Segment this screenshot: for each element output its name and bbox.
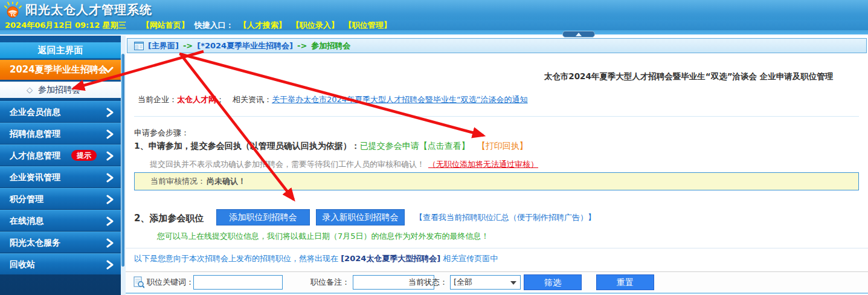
step1-row: 1、申请参加，提交参会回执（以管理员确认回执为依据）：已提交参会申请【点击查看】… xyxy=(134,141,528,152)
reset-button[interactable]: 重置 xyxy=(596,274,654,290)
logo: TC 阳光太仓人才管理系统 xyxy=(4,2,152,18)
chevron-right-icon xyxy=(106,108,114,117)
header-bottom-band xyxy=(0,30,868,36)
sidebar-group-2024-job-fair[interactable]: 2024夏季毕业生招聘会 xyxy=(0,60,121,80)
step1-label: 1、申请参加，提交参会回执（以管理员确认回执为依据）： xyxy=(134,141,360,151)
back-to-main-button[interactable]: 返回主界面 xyxy=(0,42,121,59)
step2-note: 您可以马上在线提交职位信息，我们将以截止日期（7月5日）的信息作为对外发布的最终… xyxy=(157,231,489,242)
header-links-bar: 2024年06月12日 09:12 星期三 【网站首页】 快捷入口： 【人才搜索… xyxy=(0,20,868,30)
collapse-up-icon xyxy=(576,33,582,36)
view-application-link[interactable]: 【点击查看】 xyxy=(419,141,470,151)
breadcrumb-current: 参加招聘会 xyxy=(311,41,350,51)
search-doc-icon xyxy=(133,276,144,288)
window-grid-icon xyxy=(134,42,144,50)
quick-link-job-entry[interactable]: 【职位录入】 xyxy=(292,20,339,31)
quick-entry-label: 快捷入口： xyxy=(194,20,234,31)
sidebar-item-join-fair[interactable]: ◇参加招聘会 xyxy=(0,82,121,98)
sidebar-item-label: 参加招聘会 xyxy=(38,85,80,94)
chevron-right-icon xyxy=(106,151,114,161)
sidebar-item-member-info[interactable]: 企业会员信息 xyxy=(0,101,121,122)
breadcrumb-fair[interactable]: [*2024夏季毕业生招聘会] xyxy=(197,41,293,51)
news-label: 相关资讯： xyxy=(233,95,272,104)
chevron-down-icon xyxy=(510,281,516,285)
page-title: 太仓市2024年夏季大型人才招聘会暨毕业生“双选”洽谈会 企业申请及职位管理 xyxy=(507,71,868,82)
sidebar-item-talent-info[interactable]: 人才信息管理 提示 xyxy=(0,144,121,166)
filter-bar: 职位关键词： 职位备注： 当前状态： [全部 筛选 重置 xyxy=(126,271,868,294)
position-summary-link[interactable]: 【查看我当前招聘职位汇总（便于制作招聘广告）】 xyxy=(415,212,596,223)
step1-note: 提交回执并不表示成功确认参加招聘会，需要等待我们工作人员的审核和确认！（无职位添… xyxy=(150,159,538,170)
logo-sun-icon: TC xyxy=(4,2,22,18)
add-position-button[interactable]: 添加职位到招聘会 xyxy=(216,209,310,225)
company-name: 太仓人才网 xyxy=(177,95,216,104)
step1-status: 已提交参会申请 xyxy=(360,141,419,151)
collapse-handle[interactable] xyxy=(562,31,595,37)
main-content: [主界面] -> [*2024夏季毕业生招聘会] -> 参加招聘会 太仓市202… xyxy=(126,36,868,295)
chevron-right-icon xyxy=(106,129,114,139)
step1-note-warning: （无职位添加将无法通过审核） xyxy=(428,160,538,169)
chevron-right-icon xyxy=(106,238,114,248)
remark-label: 职位备注： xyxy=(310,272,350,293)
status-select[interactable]: [全部 xyxy=(450,275,521,290)
fair-name: [2024太仓夏季大型招聘会] xyxy=(341,254,440,263)
news-link[interactable]: 关于举办太仓市2024年夏季大型人才招聘会暨毕业生“双选”洽谈会的通知 xyxy=(272,95,528,104)
breadcrumb-arrow: -> xyxy=(297,41,307,50)
status-label: 当前状态： xyxy=(408,272,448,293)
quick-link-job-manage[interactable]: 【职位管理】 xyxy=(344,20,391,31)
company-label: 当前企业： xyxy=(138,95,177,104)
scrollbar-thumb[interactable] xyxy=(121,54,124,267)
step2-label: 2、添加参会职位 xyxy=(134,213,204,224)
company-row: 当前企业：太仓人才网；相关资讯：关于举办太仓市2024年夏季大型人才招聘会暨毕业… xyxy=(138,94,528,105)
breadcrumb-arrow: -> xyxy=(183,41,193,50)
divider xyxy=(126,248,868,248)
sidebar-item-recycle-bin[interactable]: 回收站 xyxy=(0,253,121,274)
positions-note: 以下是您意向于本次招聘会上发布的招聘职位，然将出现在 [2024太仓夏季大型招聘… xyxy=(134,253,498,264)
sidebar-scrollbar[interactable] xyxy=(121,36,126,295)
sidebar: 返回主界面 2024夏季毕业生招聘会 ◇参加招聘会 企业会员信息 招聘信息管理 … xyxy=(0,36,121,295)
breadcrumb-main[interactable]: [主界面] xyxy=(148,41,179,51)
filter-button[interactable]: 筛选 xyxy=(524,274,582,290)
chevron-right-icon xyxy=(106,195,114,204)
sidebar-item-messages[interactable]: 在线消息 xyxy=(0,210,121,231)
audit-label: 当前审核情况： xyxy=(150,177,205,186)
chevron-right-icon xyxy=(106,216,114,226)
datetime: 2024年06月12日 09:12 星期三 xyxy=(5,20,126,31)
sidebar-item-points[interactable]: 积分管理 xyxy=(0,188,121,209)
quick-link-talent-search[interactable]: 【人才搜索】 xyxy=(239,20,286,31)
sidebar-item-company-news[interactable]: 企业资讯管理 xyxy=(0,166,121,187)
keyword-input[interactable] xyxy=(193,275,283,290)
header-bar: TC 阳光太仓人才管理系统 xyxy=(0,0,868,20)
svg-text:TC: TC xyxy=(10,13,16,18)
app-window: TC 阳光太仓人才管理系统 2024年06月12日 09:12 星期三 【网站首… xyxy=(0,0,868,295)
sidebar-item-recruit-info[interactable]: 招聘信息管理 xyxy=(0,123,121,144)
chevron-right-icon xyxy=(106,173,114,183)
keyword-label: 职位关键词： xyxy=(147,272,194,293)
alert-badge: 提示 xyxy=(71,150,97,161)
audit-status-box: 当前审核情况：尚未确认！ xyxy=(134,172,859,190)
home-link[interactable]: 【网站首页】 xyxy=(142,20,189,31)
print-receipt-link[interactable]: 【打印回执】 xyxy=(477,141,528,151)
sidebar-group-label: 2024夏季毕业生招聘会 xyxy=(10,64,108,75)
chevron-down-icon xyxy=(103,66,114,74)
chevron-right-icon xyxy=(106,260,114,270)
app-title: 阳光太仓人才管理系统 xyxy=(25,2,152,18)
new-position-button[interactable]: 录入新职位到招聘会 xyxy=(316,209,405,225)
divider xyxy=(134,116,859,117)
diamond-bullet-icon: ◇ xyxy=(27,85,33,94)
sidebar-item-services[interactable]: 阳光太仓服务 xyxy=(0,232,121,253)
steps-title: 申请参会步骤： xyxy=(134,128,189,138)
status-select-value: [全部 xyxy=(454,277,472,287)
breadcrumb: [主界面] -> [*2024夏季毕业生招聘会] -> 参加招聘会 xyxy=(127,38,867,53)
audit-status: 尚未确认！ xyxy=(207,177,246,186)
